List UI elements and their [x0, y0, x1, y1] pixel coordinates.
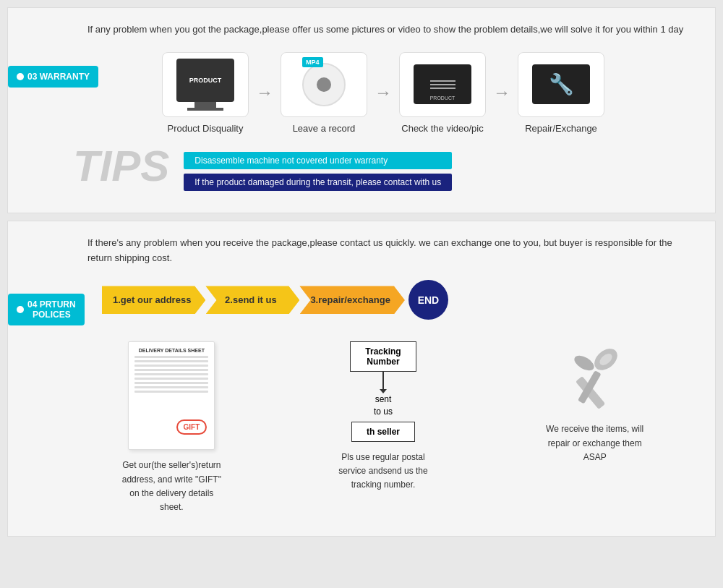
return-section: If there's any problem when you receive …	[7, 221, 716, 537]
process-item-video: PRODUCT Check the video/pic	[399, 52, 486, 134]
flow-step-3: 3.repair/exchange	[299, 286, 405, 314]
process-label-video: Check the video/pic	[401, 123, 483, 134]
bottom-row: DELIVERY DETAILS SHEET GIFT Get ou	[73, 341, 693, 514]
monitor-stand	[194, 102, 216, 108]
monitor-text: PRODUCT	[189, 77, 222, 84]
gift-label: GIFT	[176, 419, 208, 435]
arrow-3: →	[493, 82, 510, 103]
tip-box-2: If the product damaged during the transi…	[184, 174, 452, 191]
repair-icon: 🔧	[532, 64, 590, 104]
svg-point-3	[572, 353, 596, 374]
tips-section: TIPS Disassemble machine not covered und…	[73, 145, 693, 191]
return-badge-label: 04 PRTURN POLICES	[27, 299, 76, 320]
tools-icon	[559, 341, 631, 414]
warranty-badge-label: 03 WARRANTY	[27, 72, 90, 82]
bottom-item-tools: We receive the items, will repair or exc…	[496, 341, 693, 514]
return-intro: If there's any problem when you receive …	[87, 236, 693, 266]
video-line-1	[430, 80, 455, 82]
tracking-arrow	[382, 372, 384, 390]
tips-boxes: Disassemble machine not covered under wa…	[184, 145, 452, 191]
return-badge: 04 PRTURN POLICES	[8, 294, 85, 325]
delivery-sheet-illustration: DELIVERY DETAILS SHEET GIFT	[128, 341, 215, 450]
sheet-line-7	[134, 382, 208, 384]
sheet-lines	[134, 356, 208, 393]
process-item-repair: 🔧 Repair/Exchange	[518, 52, 604, 134]
product-icon-box: PRODUCT	[162, 52, 249, 117]
warranty-process-row: PRODUCT Product Disquality → MP4	[73, 52, 693, 134]
video-line-2	[430, 84, 455, 85]
seller-box: th seller	[351, 422, 415, 442]
arrow-1: →	[256, 82, 273, 103]
mp4-badge: MP4	[302, 57, 323, 67]
tools-desc: We receive the items, will repair or exc…	[541, 422, 649, 464]
mp4-inner	[317, 77, 331, 92]
sheet-line-4	[134, 369, 208, 371]
arrow-2: →	[375, 82, 392, 103]
return-flow: 1.get our address 2.send it us 3.repair/…	[102, 280, 693, 320]
flow-step-1: 1.get our address	[102, 286, 205, 314]
tools-svg	[559, 341, 631, 414]
mp4-body	[302, 63, 346, 106]
process-label-mp4: Leave a record	[293, 123, 356, 134]
page-wrapper: If any problem when you got the package,…	[0, 0, 723, 544]
video-line-3	[430, 88, 455, 89]
monitor-base	[187, 108, 223, 111]
return-badge-dot	[17, 306, 24, 313]
sheet-title: DELIVERY DETAILS SHEET	[134, 348, 208, 353]
monitor-icon: PRODUCT	[176, 59, 234, 102]
tracking-desc: Pls use regular postal service andsend u…	[329, 451, 437, 493]
warranty-intro: If any problem when you got the package,…	[87, 22, 693, 38]
sheet-line-5	[134, 373, 208, 375]
process-item-product: PRODUCT Product Disquality	[162, 52, 249, 134]
flow-label-2: 2.send it us	[205, 286, 299, 314]
sheet-line-6	[134, 378, 208, 380]
badge-dot	[17, 73, 24, 80]
video-icon: PRODUCT	[414, 64, 471, 104]
video-lines	[430, 80, 455, 89]
flow-label-1: 1.get our address	[102, 286, 205, 314]
bottom-item-delivery: DELIVERY DETAILS SHEET GIFT Get ou	[73, 341, 270, 514]
delivery-desc: Get our(the seller's)return address, and…	[117, 459, 226, 514]
sheet-line-3	[134, 365, 208, 367]
sheet-line-2	[134, 360, 208, 362]
sent-label: sent to us	[374, 393, 393, 418]
process-label-repair: Repair/Exchange	[525, 123, 597, 134]
tips-title: TIPS	[73, 145, 169, 188]
tracking-number-box: Tracking Number	[350, 341, 416, 372]
warranty-badge: 03 WARRANTY	[8, 66, 98, 88]
mp4-icon: MP4	[302, 63, 346, 106]
sheet-line-8	[134, 386, 208, 388]
mp4-icon-box: MP4	[281, 52, 367, 117]
tracking-number-text: Tracking Number	[365, 346, 401, 367]
sheet-line-9	[134, 391, 208, 393]
wrench-icon: 🔧	[549, 72, 574, 96]
flow-label-3: 3.repair/exchange	[299, 286, 405, 314]
sheet-line-1	[134, 356, 208, 358]
video-label: PRODUCT	[430, 95, 455, 101]
repair-icon-box: 🔧	[518, 52, 604, 117]
tip-box-1: Disassemble machine not covered under wa…	[184, 152, 452, 169]
process-label-product: Product Disquality	[168, 123, 244, 134]
flow-end: END	[408, 280, 448, 320]
bottom-item-tracking: Tracking Number sent to us th seller Pls…	[285, 341, 482, 514]
flow-step-2: 2.send it us	[205, 286, 299, 314]
process-item-mp4: MP4 Leave a record	[281, 52, 367, 134]
tracking-diagram: Tracking Number sent to us th seller	[350, 341, 416, 442]
video-icon-box: PRODUCT	[399, 52, 486, 117]
warranty-section: If any problem when you got the package,…	[7, 7, 716, 213]
